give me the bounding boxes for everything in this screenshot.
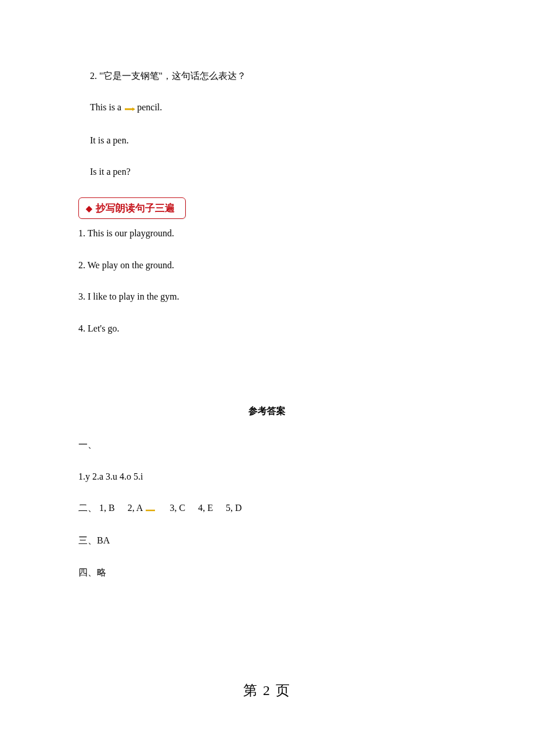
section-badge-copy-read: ◆抄写朗读句子三遍 [78,197,456,228]
answer-section-three: 三、BA [78,534,456,547]
copy-sentence-2: 2. We play on the ground. [78,259,456,272]
answer-section-two: 二、 1, B 2, A 3, C 4, E 5, D [78,502,456,516]
answer-two-item-5: 5, D [226,503,242,513]
copy-sentence-list: 1. This is our playground. 2. We play on… [78,227,456,335]
option-a-lead: This is a [90,102,124,112]
copy-sentence-4: 4. Let's go. [78,322,456,335]
answer-two-item-3: 3, C [169,503,185,513]
answer-section-one-content: 1.y 2.a 3.u 4.o 5.i [78,470,456,483]
answer-section-one-label: 一、 [78,438,456,451]
document-page: 2. "它是一支钢笔"，这句话怎么表达？ This is a pencil. I… [0,0,534,756]
pencil-icon [125,102,135,115]
copy-sentence-1: 1. This is our playground. [78,227,456,240]
answer-two-label: 二、 [78,503,97,513]
answer-two-item-2: 2, A [128,503,157,513]
dash-icon [146,503,155,516]
question-2-option-b: It is a pen. [78,134,456,147]
answer-section-four: 四、略 [78,566,456,579]
answer-two-item-4: 4, E [198,503,213,513]
answer-two-item-1: 1, B [99,503,115,513]
diamond-icon: ◆ [86,204,92,213]
question-2-option-c: Is it a pen? [78,165,456,178]
page-number-footer: 第 2 页 [0,681,534,701]
answer-key-title: 参考答案 [78,405,456,417]
copy-sentence-3: 3. I like to play in the gym. [78,290,456,303]
badge-label: 抄写朗读句子三遍 [96,203,175,214]
question-2-option-a: This is a pencil. [78,101,456,115]
option-a-tail: pencil. [137,102,162,112]
question-2-text: 2. "它是一支钢笔"，这句话怎么表达？ [78,70,456,82]
